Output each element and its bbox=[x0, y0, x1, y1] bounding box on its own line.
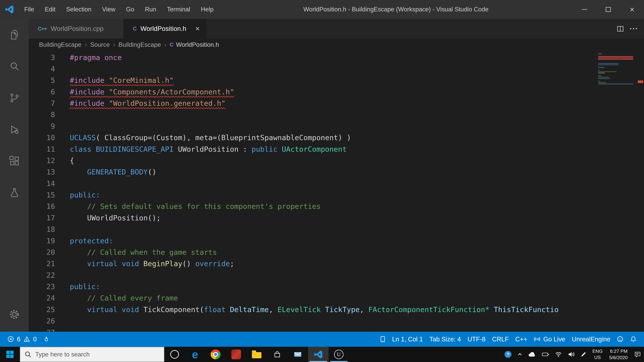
start-button[interactable] bbox=[0, 347, 20, 362]
maximize-button[interactable] bbox=[596, 0, 620, 19]
line-number[interactable]: 27 bbox=[29, 327, 55, 332]
close-window-button[interactable]: × bbox=[620, 0, 644, 19]
code-line[interactable]: 7#include "WorldPosition.generated.h" bbox=[29, 97, 598, 109]
red-app-button[interactable] bbox=[226, 347, 246, 362]
code-line[interactable]: 13 GENERATED_BODY() bbox=[29, 166, 598, 178]
input-language-indicator[interactable]: ENGUS bbox=[590, 348, 606, 361]
line-number[interactable]: 4 bbox=[29, 63, 55, 75]
menu-item-help[interactable]: Help bbox=[196, 0, 219, 19]
run-debug-icon[interactable] bbox=[0, 114, 29, 145]
line-number[interactable]: 22 bbox=[29, 270, 55, 281]
taskbar-search[interactable] bbox=[20, 347, 164, 362]
breadcrumb-item-folder[interactable]: BuildingEscape bbox=[118, 41, 161, 48]
line-number[interactable]: 8 bbox=[29, 109, 55, 120]
device-preview-icon[interactable] bbox=[376, 336, 389, 343]
code-line[interactable]: 12{ bbox=[29, 155, 598, 166]
line-number[interactable]: 24 bbox=[29, 292, 55, 304]
onedrive-button[interactable] bbox=[526, 352, 539, 357]
line-number[interactable]: 16 bbox=[29, 201, 55, 212]
mail-button[interactable] bbox=[288, 347, 308, 362]
more-actions-icon[interactable]: ··· bbox=[630, 24, 638, 33]
taskbar-search-input[interactable] bbox=[35, 351, 160, 358]
code-editor[interactable]: 3#pragma once45#include "CoreMinimal.h"6… bbox=[29, 51, 644, 332]
flame-icon[interactable] bbox=[40, 336, 53, 343]
code-line[interactable]: 27 bbox=[29, 327, 598, 332]
help-button[interactable]: ? bbox=[502, 351, 514, 358]
split-editor-icon[interactable] bbox=[617, 25, 624, 32]
menu-item-terminal[interactable]: Terminal bbox=[162, 0, 196, 19]
tab-worldposition-cpp[interactable]: C++ WorldPosition.cpp × bbox=[29, 19, 124, 39]
close-tab-icon[interactable]: × bbox=[196, 25, 200, 32]
menu-item-run[interactable]: Run bbox=[140, 0, 162, 19]
clock[interactable]: 6:27 PM 5/6/2020 bbox=[606, 348, 631, 361]
network-button[interactable] bbox=[552, 352, 565, 357]
hidden-icons-button[interactable] bbox=[514, 352, 526, 357]
problems-indicator[interactable]: 6 0 bbox=[4, 336, 40, 343]
code-line[interactable]: 22 bbox=[29, 270, 598, 281]
menu-item-file[interactable]: File bbox=[19, 0, 40, 19]
language-mode[interactable]: C++ bbox=[512, 336, 531, 343]
code-line[interactable]: 5#include "CoreMinimal.h" bbox=[29, 75, 598, 86]
tab-size-indicator[interactable]: Tab Size: 4 bbox=[426, 336, 464, 343]
edge-button[interactable]: e bbox=[185, 347, 205, 362]
code-line[interactable]: 23public: bbox=[29, 281, 598, 292]
code-line[interactable]: 15public: bbox=[29, 189, 598, 201]
extensions-icon[interactable] bbox=[0, 145, 29, 177]
line-number[interactable]: 6 bbox=[29, 86, 55, 97]
line-number[interactable]: 23 bbox=[29, 281, 55, 292]
line-number[interactable]: 12 bbox=[29, 155, 55, 166]
line-number[interactable]: 14 bbox=[29, 178, 55, 189]
breadcrumb-item-source[interactable]: Source bbox=[90, 41, 110, 48]
code-line[interactable]: 6#include "Components/ActorComponent.h" bbox=[29, 86, 598, 97]
feedback-icon[interactable] bbox=[614, 336, 627, 343]
menu-item-selection[interactable]: Selection bbox=[61, 0, 97, 19]
overview-ruler[interactable] bbox=[635, 51, 644, 332]
code-line[interactable]: 21 virtual void BeginPlay() override; bbox=[29, 258, 598, 269]
code-line[interactable]: 17 UWorldPosition(); bbox=[29, 212, 598, 224]
volume-button[interactable] bbox=[565, 351, 578, 358]
settings-gear-icon[interactable] bbox=[0, 300, 29, 329]
encoding-indicator[interactable]: UTF-8 bbox=[464, 336, 489, 343]
vscode-taskbar-button[interactable] bbox=[308, 347, 328, 362]
code-line[interactable]: 26 bbox=[29, 315, 598, 327]
code-line[interactable]: 24 // Called every frame bbox=[29, 292, 598, 304]
code-line[interactable]: 14 bbox=[29, 178, 598, 189]
line-number[interactable]: 19 bbox=[29, 235, 55, 247]
breadcrumb-item-project[interactable]: BuildingEscape bbox=[39, 41, 82, 48]
testing-icon[interactable] bbox=[0, 177, 29, 209]
go-live-button[interactable]: Go Live bbox=[531, 336, 568, 343]
search-icon[interactable] bbox=[0, 50, 29, 82]
line-number[interactable]: 26 bbox=[29, 315, 55, 327]
breadcrumb-item-file[interactable]: C WorldPosition.h bbox=[170, 41, 219, 48]
chrome-button[interactable] bbox=[205, 347, 226, 362]
code-line[interactable]: 19protected: bbox=[29, 235, 598, 247]
code-line[interactable]: 4 bbox=[29, 63, 598, 75]
line-number[interactable]: 18 bbox=[29, 224, 55, 235]
unreal-engine-button[interactable]: U bbox=[328, 347, 349, 362]
line-number[interactable]: 21 bbox=[29, 258, 55, 269]
cortana-button[interactable] bbox=[164, 347, 185, 362]
tab-worldposition-h[interactable]: C WorldPosition.h × bbox=[124, 19, 206, 39]
code-line[interactable]: 18 bbox=[29, 224, 598, 235]
minimap[interactable] bbox=[598, 51, 635, 332]
line-number[interactable]: 13 bbox=[29, 166, 55, 178]
line-number[interactable]: 11 bbox=[29, 143, 55, 155]
cursor-position[interactable]: Ln 1, Col 1 bbox=[389, 336, 426, 343]
code-line[interactable]: 8 bbox=[29, 109, 598, 120]
pen-button[interactable] bbox=[578, 351, 590, 358]
code-line[interactable]: 3#pragma once bbox=[29, 52, 598, 63]
code-line[interactable]: 11class BUILDINGESCAPE_API UWorldPositio… bbox=[29, 143, 598, 155]
unreal-engine-status[interactable]: UnrealEngine bbox=[568, 336, 614, 343]
code-line[interactable]: 20 // Called when the game starts bbox=[29, 247, 598, 258]
source-control-icon[interactable] bbox=[0, 82, 29, 114]
notifications-bell-icon[interactable] bbox=[627, 336, 640, 343]
line-number[interactable]: 5 bbox=[29, 75, 55, 86]
file-explorer-button[interactable] bbox=[246, 347, 267, 362]
line-number[interactable]: 15 bbox=[29, 189, 55, 201]
explorer-icon[interactable] bbox=[0, 19, 29, 51]
code-line[interactable]: 25 virtual void TickComponent(float Delt… bbox=[29, 304, 598, 315]
line-number[interactable]: 25 bbox=[29, 304, 55, 315]
code-line[interactable]: 9 bbox=[29, 120, 598, 132]
battery-button[interactable] bbox=[539, 352, 552, 357]
eol-indicator[interactable]: CRLF bbox=[489, 336, 512, 343]
